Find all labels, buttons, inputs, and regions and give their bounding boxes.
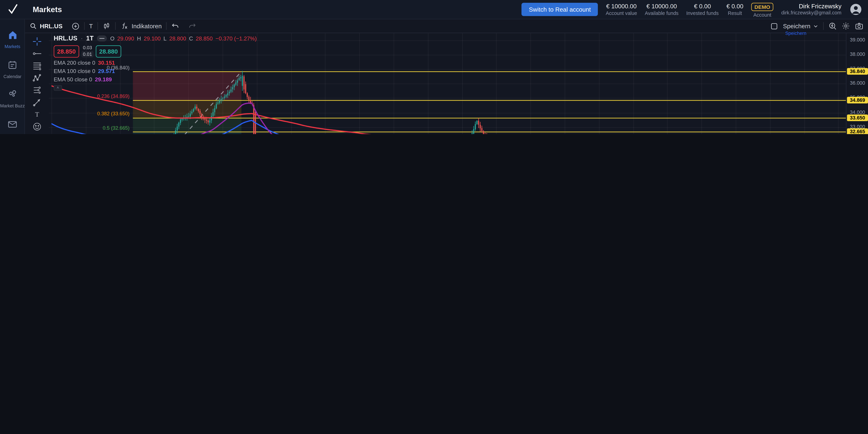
user-info: Dirk Friczewsky dirk.friczewsky@gmail.co… [781,2,841,16]
price-badge-36.840: 36.840 [847,68,868,75]
fib-retracement-tool-icon[interactable] [28,60,45,72]
redo-icon [188,22,197,30]
available-funds-stat: € 10000.00Available funds [645,3,678,16]
redo-button[interactable] [184,22,201,30]
user-name: Dirk Friczewsky [781,2,841,10]
spread-info: 0.03 0.01 [79,45,96,58]
ema50-legend[interactable]: EMA 50 close 029.189 [54,76,257,82]
app-logo[interactable] [0,3,25,15]
buy-button[interactable]: 28.880 [96,45,121,57]
left-sidebar: Markets Calendar Market Buzz Messages Ne… [0,20,25,134]
price-axis[interactable]: 39.00038.00037.00036.00035.00034.00033.0… [846,33,868,134]
sell-button[interactable]: 28.850 [54,45,79,57]
chart-legend: HRL.US · 1T — O29.090 H29.100 L28.800 C2… [54,35,257,91]
chart-toolbar: HRL.US T Indikatoren Speichern Speic [25,20,868,33]
compare-add-button[interactable] [67,22,84,30]
price-badge-34.869: 34.869 [847,97,868,103]
crosshair-tool-icon[interactable] [28,35,45,47]
bubbles-icon [7,89,18,100]
ohlc-values: O29.090 H29.100 L28.800 C28.850 −0.370 (… [110,35,257,41]
demo-badge: DEMO [751,3,774,11]
fx-icon [120,22,129,30]
sidebar-item-calendar[interactable]: Calendar [0,60,25,79]
legend-interval[interactable]: 1T [86,35,94,41]
page-title: Markets [33,5,62,14]
price-badge-33.650: 33.650 [847,114,868,121]
gear-icon[interactable] [841,22,850,30]
ema100-legend[interactable]: EMA 100 close 029.571 [54,68,257,74]
demo-account-stat: DEMO Account [751,1,774,18]
emoji-tool-icon[interactable] [28,121,45,133]
price-axis-label: 39.000 [846,37,868,43]
calendar-icon [7,60,18,70]
interval-button[interactable]: T [85,23,97,29]
price-axis-label: 38.000 [846,52,868,57]
price-axis-label: 36.000 [846,80,868,86]
collapse-legend-button[interactable]: ˄ [54,85,62,91]
drawing-tool-rail: T [25,33,49,134]
chevron-down-icon [813,23,819,29]
legend-symbol[interactable]: HRL.US [54,35,78,41]
invested-funds-stat: € 0.00Invested funds [686,3,719,16]
arrow-tool-icon[interactable] [28,96,45,108]
switch-to-real-button[interactable]: Switch to Real account [522,3,598,16]
chart-type-button[interactable] [98,22,115,30]
text-tool-icon[interactable]: T [28,108,45,121]
price-axis-label: 34.000 [846,109,868,115]
price-badge-32.665: 32.665 [847,129,868,134]
envelope-icon [7,119,18,129]
change-value: −0.370 (−1.27%) [215,35,257,41]
account-value-stat: € 10000.00Account value [606,3,637,16]
candlestick-icon [102,22,111,30]
sidebar-item-markets[interactable]: Markets [0,29,25,49]
indicators-button[interactable]: Indikatoren [116,22,166,30]
undo-icon [171,22,180,30]
hide-symbol-icon[interactable]: — [97,35,107,41]
avatar[interactable] [849,3,863,16]
result-stat: € 0.00Result [726,3,743,16]
trading-platform-app: Markets Switch to Real account € 10000.0… [0,0,868,134]
sidebar-item-messages[interactable]: Messages [0,119,25,134]
save-tooltip: Speichern [785,30,806,36]
undo-button[interactable] [167,22,184,30]
search-icon [29,22,37,30]
symbol-search[interactable]: HRL.US [25,22,67,30]
layout-square-icon[interactable] [770,22,779,30]
top-bar: Markets Switch to Real account € 10000.0… [0,0,868,20]
forecast-tool-icon[interactable] [28,84,45,96]
home-icon [7,29,18,40]
save-layout-button[interactable]: Speichern Speichern [783,23,819,29]
plus-circle-icon [71,22,80,30]
svg-text:T: T [35,111,39,118]
ema200-legend[interactable]: EMA 200 close 030.151 [54,60,257,66]
quick-search-icon[interactable] [828,22,837,30]
trendline-tool-icon[interactable] [28,47,45,60]
pattern-tool-icon[interactable] [28,72,45,84]
camera-icon[interactable] [855,22,864,30]
sidebar-item-market-buzz[interactable]: Market Buzz [0,89,25,109]
user-email: dirk.friczewsky@gmail.com [781,10,841,16]
